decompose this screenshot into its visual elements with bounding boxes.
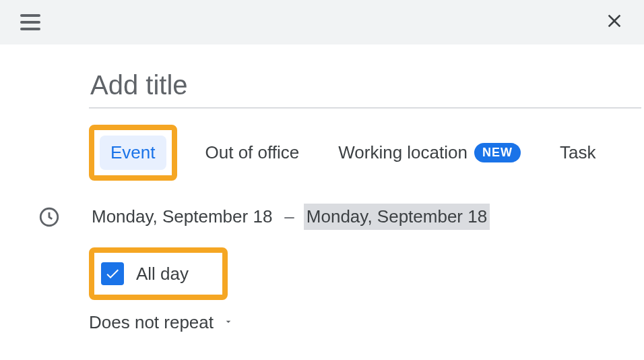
tab-working-location[interactable]: Working location NEW <box>327 136 532 170</box>
event-type-tabs: Event Out of office Working location NEW… <box>89 125 644 181</box>
highlight-event-tab: Event <box>89 125 177 181</box>
new-badge: NEW <box>474 143 521 162</box>
clock-icon <box>38 206 61 229</box>
tab-task[interactable]: Task <box>549 136 606 170</box>
tab-event[interactable]: Event <box>100 136 166 170</box>
end-date[interactable]: Monday, September 18 <box>304 204 490 230</box>
tab-working-location-label: Working location <box>338 142 468 163</box>
tab-task-label: Task <box>560 142 595 163</box>
date-row: Monday, September 18 – Monday, September… <box>38 204 644 230</box>
start-date[interactable]: Monday, September 18 <box>89 204 275 230</box>
tab-out-of-office-label: Out of office <box>205 142 300 163</box>
all-day-label: All day <box>136 264 189 284</box>
all-day-checkbox[interactable] <box>101 262 124 285</box>
tab-event-label: Event <box>110 142 156 163</box>
close-icon[interactable] <box>604 10 625 34</box>
top-bar <box>0 0 644 44</box>
title-input[interactable] <box>89 70 641 109</box>
repeat-label: Does not repeat <box>89 312 214 333</box>
date-dash: – <box>275 206 303 227</box>
menu-icon[interactable] <box>20 14 40 30</box>
repeat-dropdown[interactable]: Does not repeat <box>89 312 644 333</box>
highlight-all-day: All day <box>89 247 228 300</box>
chevron-down-icon <box>223 316 234 330</box>
tab-out-of-office[interactable]: Out of office <box>195 136 311 170</box>
